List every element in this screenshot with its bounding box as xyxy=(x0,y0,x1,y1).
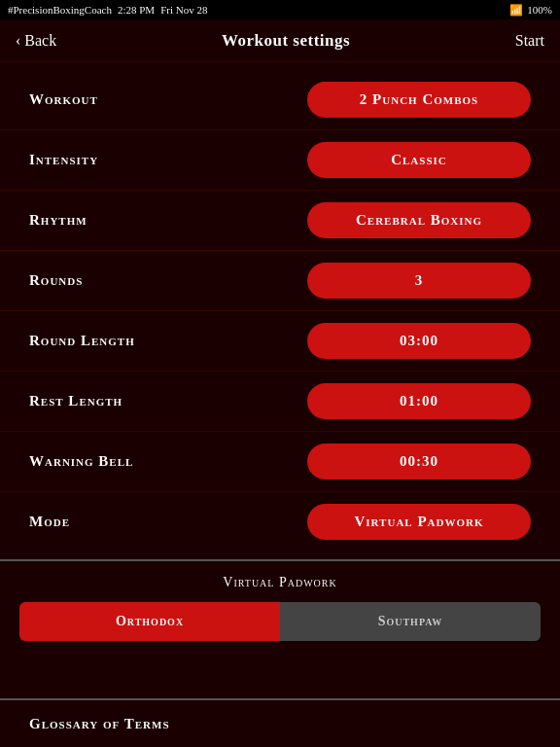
round-length-label: Round Length xyxy=(29,333,165,349)
rhythm-row: Rhythm Cerebral Boxing xyxy=(0,193,560,248)
divider-2 xyxy=(0,190,560,191)
round-length-row: Round Length 03:00 xyxy=(0,313,560,369)
status-left: #PrecisionBoxingCoach 2:28 PM Fri Nov 28 xyxy=(8,4,207,16)
glossary-link[interactable]: Glossary of Terms xyxy=(29,716,170,732)
mode-value[interactable]: Virtual Padwork xyxy=(307,504,531,540)
battery-level: 100% xyxy=(527,4,552,16)
rest-length-row: Rest Length 01:00 xyxy=(0,374,560,429)
mode-label: Mode xyxy=(29,514,165,530)
footer: Glossary of Terms xyxy=(0,698,560,747)
southpaw-option[interactable]: Southpaw xyxy=(280,602,541,641)
start-button[interactable]: Start xyxy=(515,32,544,50)
page-title: Workout settings xyxy=(222,31,350,51)
rounds-value[interactable]: 3 xyxy=(307,263,531,299)
divider-1 xyxy=(0,129,560,130)
mode-row: Mode Virtual Padwork xyxy=(0,494,560,550)
workout-row: Workout 2 Punch Combos xyxy=(0,72,560,127)
rhythm-label: Rhythm xyxy=(29,212,165,229)
wifi-icon: 📶 xyxy=(509,4,523,17)
back-label: Back xyxy=(24,32,56,50)
status-time: 2:28 PM xyxy=(118,4,155,16)
rounds-row: Rounds 3 xyxy=(0,253,560,308)
rounds-label: Rounds xyxy=(29,272,165,289)
intensity-value[interactable]: Classic xyxy=(307,142,531,178)
padwork-section: Virtual Padwork Orthodox Southpaw xyxy=(0,559,560,655)
warning-bell-value[interactable]: 00:30 xyxy=(307,444,531,480)
warning-bell-row: Warning Bell 00:30 xyxy=(0,434,560,489)
settings-list: Workout 2 Punch Combos Intensity Classic… xyxy=(0,62,560,559)
back-button[interactable]: ‹ Back xyxy=(16,32,56,50)
stance-toggle: Orthodox Southpaw xyxy=(19,602,541,641)
padwork-section-title: Virtual Padwork xyxy=(19,575,541,590)
intensity-row: Intensity Classic xyxy=(0,132,560,188)
warning-bell-label: Warning Bell xyxy=(29,453,165,470)
chevron-left-icon: ‹ xyxy=(16,32,20,50)
nav-bar: ‹ Back Workout settings Start xyxy=(0,19,560,62)
app-name: #PrecisionBoxingCoach xyxy=(8,4,112,16)
divider-6 xyxy=(0,431,560,432)
divider-7 xyxy=(0,491,560,492)
intensity-label: Intensity xyxy=(29,152,165,168)
divider-5 xyxy=(0,371,560,372)
status-bar: #PrecisionBoxingCoach 2:28 PM Fri Nov 28… xyxy=(0,0,560,19)
status-day: Fri Nov 28 xyxy=(160,4,207,16)
divider-3 xyxy=(0,250,560,251)
status-right: 📶 100% xyxy=(509,4,552,17)
round-length-value[interactable]: 03:00 xyxy=(307,323,531,359)
workout-value[interactable]: 2 Punch Combos xyxy=(307,82,531,118)
rest-length-value[interactable]: 01:00 xyxy=(307,383,531,419)
orthodox-option[interactable]: Orthodox xyxy=(19,602,280,641)
rest-length-label: Rest Length xyxy=(29,393,165,409)
divider-4 xyxy=(0,310,560,311)
rhythm-value[interactable]: Cerebral Boxing xyxy=(307,202,531,238)
workout-label: Workout xyxy=(29,91,165,108)
